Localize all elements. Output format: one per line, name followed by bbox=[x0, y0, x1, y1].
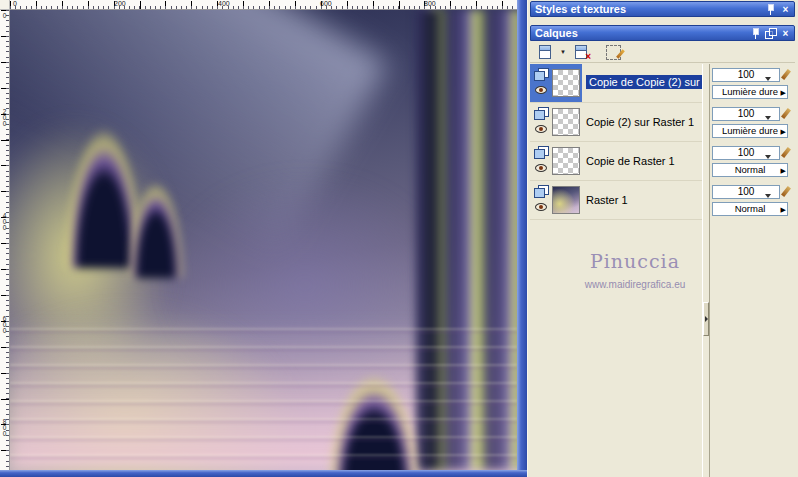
blend-mode-dropdown[interactable]: Lumière dure ▶ bbox=[712, 85, 788, 99]
app-window: 0 200 400 600 800 0 200 400 600 800 bbox=[0, 0, 798, 477]
watermark-site: www.maidiregrafica.eu bbox=[560, 279, 710, 290]
dropdown-arrow-icon: ▶ bbox=[781, 204, 786, 215]
blend-mode-value: Normal bbox=[735, 203, 766, 214]
palette-dock: Styles et textures × Calques × ▼ × bbox=[527, 0, 798, 477]
opacity-slider[interactable]: 100 bbox=[712, 68, 780, 82]
opacity-slider[interactable]: 100 bbox=[712, 185, 780, 199]
layer-row[interactable]: Raster 1 bbox=[530, 181, 702, 220]
float-icon[interactable] bbox=[765, 28, 776, 39]
ruler-label: 0 bbox=[1, 12, 8, 18]
layer-type-icon bbox=[534, 185, 548, 197]
visibility-eye-icon[interactable] bbox=[535, 86, 547, 94]
edit-selection-button[interactable] bbox=[602, 43, 624, 61]
ruler-label: 400 bbox=[218, 0, 230, 7]
opacity-slider[interactable]: 100 bbox=[712, 107, 780, 121]
layer-name[interactable]: Copie (2) sur Raster 1 bbox=[586, 116, 694, 128]
pen-icon bbox=[616, 49, 625, 59]
layer-row[interactable]: Copie (2) sur Raster 1 bbox=[530, 103, 702, 142]
artwork-beam bbox=[10, 10, 389, 262]
blend-mode-value: Normal bbox=[735, 164, 766, 175]
close-icon[interactable]: × bbox=[780, 4, 791, 15]
layer-type-icon bbox=[534, 68, 548, 80]
dropdown-arrow-icon: ▶ bbox=[781, 87, 786, 98]
layer-row[interactable]: Copie de Raster 1 bbox=[530, 142, 702, 181]
visibility-eye-icon[interactable] bbox=[535, 203, 547, 211]
artwork-arch-shape bbox=[56, 96, 152, 268]
blend-mode-dropdown[interactable]: Normal ▶ bbox=[712, 163, 788, 177]
styles-panel-titlebar[interactable]: Styles et textures × bbox=[530, 1, 795, 17]
new-layer-icon bbox=[539, 45, 551, 59]
layer-type-icon bbox=[534, 146, 548, 158]
ruler-label: 600 bbox=[1, 315, 8, 333]
window-frame-bottom bbox=[0, 470, 527, 477]
close-icon[interactable]: × bbox=[780, 28, 791, 39]
ruler-label: 200 bbox=[114, 0, 126, 7]
artwork-arch-shape bbox=[318, 348, 430, 470]
delete-x-icon: × bbox=[585, 52, 591, 62]
vertical-ruler: 0 200 400 600 800 bbox=[0, 10, 10, 470]
pin-icon[interactable] bbox=[750, 28, 761, 39]
layer-row[interactable]: Copie de Copie (2) sur R bbox=[530, 64, 702, 103]
layers-panel-title: Calques bbox=[535, 27, 578, 39]
delete-layer-button[interactable]: × bbox=[570, 43, 592, 61]
ruler-label: 400 bbox=[1, 212, 8, 230]
watermark-name: Pinuccia bbox=[560, 250, 710, 272]
layer-thumbnail bbox=[552, 147, 580, 175]
brush-icon bbox=[781, 69, 791, 80]
watermark: Pinuccia www.maidiregrafica.eu bbox=[560, 250, 710, 290]
splitter-handle[interactable] bbox=[703, 302, 709, 336]
styles-panel-title: Styles et textures bbox=[535, 3, 626, 15]
blend-mode-dropdown[interactable]: Normal ▶ bbox=[712, 202, 788, 216]
ruler-label: 800 bbox=[424, 0, 436, 7]
canvas-image[interactable] bbox=[10, 10, 517, 470]
layer-controls-column: 100 Lumière dure ▶ 100 Lumière dure ▶ 10… bbox=[710, 64, 795, 477]
brush-icon bbox=[781, 108, 791, 119]
artwork-arch-shape bbox=[122, 160, 190, 278]
layers-toolbar: ▼ × bbox=[530, 42, 795, 63]
layer-thumbnail bbox=[552, 108, 580, 136]
blend-mode-dropdown[interactable]: Lumière dure ▶ bbox=[712, 124, 788, 138]
opacity-slider[interactable]: 100 bbox=[712, 146, 780, 160]
layer-thumbnail bbox=[552, 186, 580, 214]
layer-name[interactable]: Raster 1 bbox=[586, 194, 628, 206]
layer-name[interactable]: Copie de Copie (2) sur R bbox=[586, 75, 704, 89]
ruler-corner bbox=[0, 0, 10, 10]
artwork-green-glow bbox=[10, 305, 300, 470]
artwork-lavender-glow bbox=[160, 170, 450, 400]
layer-type-icon bbox=[534, 107, 548, 119]
pin-icon[interactable] bbox=[765, 4, 776, 15]
ruler-label: 800 bbox=[1, 418, 8, 436]
artwork-rainbow-stripes bbox=[417, 10, 517, 470]
layers-list: Copie de Copie (2) sur R Copie (2) sur R… bbox=[530, 64, 795, 477]
layer-thumbnail bbox=[552, 69, 580, 97]
artwork-pink-band bbox=[10, 320, 517, 470]
brush-icon bbox=[781, 147, 791, 158]
dropdown-arrow-icon: ▶ bbox=[781, 165, 786, 176]
artwork-dark-band bbox=[413, 10, 449, 470]
artwork-yellow-glow bbox=[10, 120, 170, 390]
panel-splitter[interactable] bbox=[702, 64, 710, 477]
visibility-eye-icon[interactable] bbox=[535, 125, 547, 133]
visibility-eye-icon[interactable] bbox=[535, 164, 547, 172]
new-layer-button[interactable] bbox=[534, 43, 556, 61]
brush-icon bbox=[781, 186, 791, 197]
blend-mode-value: Lumière dure bbox=[722, 125, 778, 136]
ruler-label: 200 bbox=[1, 108, 8, 126]
new-layer-dropdown[interactable]: ▼ bbox=[558, 43, 568, 61]
window-frame-right bbox=[517, 0, 527, 477]
layers-panel-titlebar[interactable]: Calques × bbox=[530, 25, 795, 41]
horizontal-ruler: 0 200 400 600 800 bbox=[10, 0, 517, 10]
blend-mode-value: Lumière dure bbox=[722, 86, 778, 97]
dropdown-arrow-icon: ▶ bbox=[781, 126, 786, 137]
ruler-label: 600 bbox=[320, 0, 332, 7]
image-window: 0 200 400 600 800 0 200 400 600 800 bbox=[0, 0, 527, 477]
ruler-label: 0 bbox=[13, 0, 17, 7]
layer-name[interactable]: Copie de Raster 1 bbox=[586, 155, 675, 167]
artwork-light-streaks bbox=[10, 328, 517, 470]
edit-selection-icon bbox=[606, 45, 621, 60]
